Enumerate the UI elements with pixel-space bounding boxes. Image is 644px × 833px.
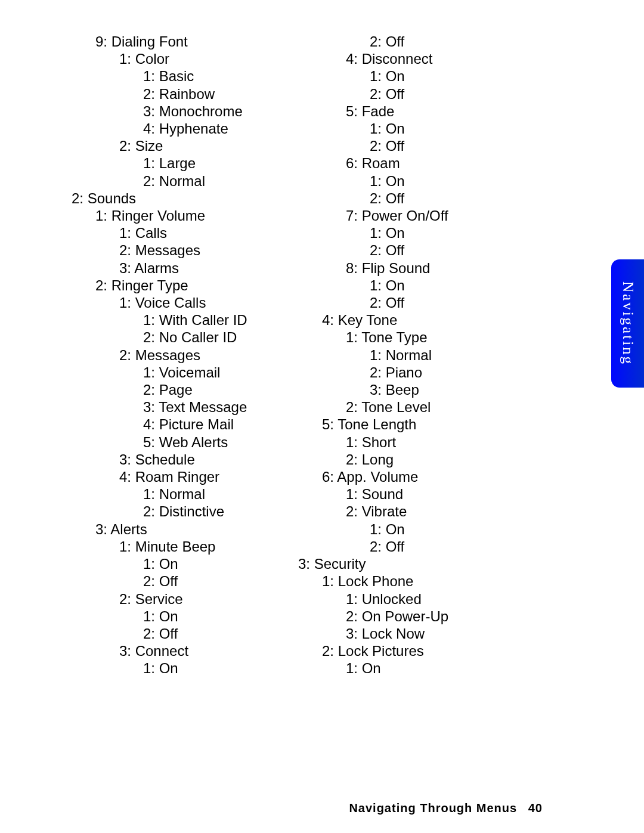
side-tab-label: Navigating [620, 281, 636, 366]
menu-item: 1: Large [143, 154, 274, 172]
menu-item: 3: Alerts [95, 521, 274, 538]
menu-item: 1: On [370, 277, 525, 294]
menu-item: 2: Ringer Type [95, 277, 274, 294]
menu-item: 1: On [143, 555, 274, 572]
menu-item: 1: Sound [346, 485, 525, 503]
menu-item: 2: Service [119, 590, 274, 608]
menu-item: 1: On [370, 224, 525, 241]
menu-item: 2: Off [370, 241, 525, 259]
menu-item: 2: Off [143, 572, 274, 590]
menu-item: 3: Schedule [119, 451, 274, 468]
menu-item: 2: No Caller ID [143, 329, 274, 346]
menu-item: 4: Disconnect [346, 50, 525, 67]
menu-item: 2: Off [143, 625, 274, 642]
menu-item: 2: Off [370, 33, 525, 50]
menu-column-2: 2: Off4: Disconnect1: On2: Off5: Fade1: … [274, 33, 525, 677]
menu-item: 2: Lock Pictures [322, 642, 525, 659]
menu-item: 1: Unlocked [346, 590, 525, 608]
menu-item: 4: Picture Mail [143, 416, 274, 433]
menu-item: 1: Lock Phone [322, 572, 525, 590]
menu-item: 1: Normal [143, 485, 274, 503]
menu-item: 2: Off [370, 85, 525, 103]
menu-item: 2: Off [370, 190, 525, 207]
menu-item: 2: Off [370, 137, 525, 154]
menu-item: 5: Web Alerts [143, 433, 274, 451]
menu-item: 3: Lock Now [346, 625, 525, 642]
menu-item: 5: Fade [346, 103, 525, 120]
menu-item: 5: Tone Length [322, 416, 525, 433]
menu-item: 1: Basic [143, 67, 274, 85]
menu-item: 2: Messages [119, 346, 274, 364]
menu-item: 1: Voicemail [143, 364, 274, 381]
menu-item: 8: Flip Sound [346, 259, 525, 277]
menu-item: 2: Rainbow [143, 85, 274, 103]
footer-section-title: Navigating Through Menus [349, 801, 517, 815]
menu-item: 2: Piano [370, 364, 525, 381]
menu-item: 2: Off [370, 294, 525, 311]
menu-column-1: 9: Dialing Font1: Color1: Basic2: Rainbo… [0, 33, 274, 677]
menu-item: 1: On [370, 120, 525, 137]
menu-item: 2: Long [346, 451, 525, 468]
menu-item: 1: Short [346, 433, 525, 451]
menu-content: 9: Dialing Font1: Color1: Basic2: Rainbo… [0, 33, 525, 677]
menu-item: 3: Connect [119, 642, 274, 659]
menu-item: 2: Size [119, 137, 274, 154]
menu-item: 1: On [370, 67, 525, 85]
footer-page-number: 40 [528, 801, 543, 815]
menu-item: 1: Voice Calls [119, 294, 274, 311]
menu-item: 3: Text Message [143, 398, 274, 416]
menu-item: 1: On [370, 521, 525, 538]
menu-item: 6: Roam [346, 154, 525, 172]
menu-item: 1: On [370, 172, 525, 190]
menu-item: 1: Normal [370, 346, 525, 364]
menu-item: 2: Tone Level [346, 398, 525, 416]
menu-item: 1: On [346, 659, 525, 677]
menu-item: 7: Power On/Off [346, 207, 525, 224]
menu-item: 3: Alarms [119, 259, 274, 277]
menu-item: 4: Hyphenate [143, 120, 274, 137]
menu-item: 2: Normal [143, 172, 274, 190]
menu-item: 1: On [143, 608, 274, 625]
menu-item: 2: Messages [119, 241, 274, 259]
menu-item: 2: Off [370, 538, 525, 555]
menu-item: 2: Page [143, 381, 274, 398]
menu-item: 6: App. Volume [322, 468, 525, 485]
menu-item: 3: Beep [370, 381, 525, 398]
menu-item: 3: Monochrome [143, 103, 274, 120]
menu-item: 1: On [143, 659, 274, 677]
menu-item: 9: Dialing Font [95, 33, 274, 50]
menu-item: 2: Vibrate [346, 503, 525, 520]
menu-item: 2: Sounds [72, 190, 274, 207]
menu-item: 3: Security [298, 555, 525, 572]
menu-item: 1: Color [119, 50, 274, 67]
menu-item: 1: Tone Type [346, 329, 525, 346]
menu-item: 1: Ringer Volume [95, 207, 274, 224]
menu-item: 1: Minute Beep [119, 538, 274, 555]
menu-item: 4: Key Tone [322, 311, 525, 329]
menu-item: 4: Roam Ringer [119, 468, 274, 485]
menu-item: 2: Distinctive [143, 503, 274, 520]
menu-item: 2: On Power-Up [346, 608, 525, 625]
side-tab: Navigating [611, 259, 644, 388]
page-footer: Navigating Through Menus 40 [349, 801, 543, 815]
menu-item: 1: With Caller ID [143, 311, 274, 329]
menu-item: 1: Calls [119, 224, 274, 241]
